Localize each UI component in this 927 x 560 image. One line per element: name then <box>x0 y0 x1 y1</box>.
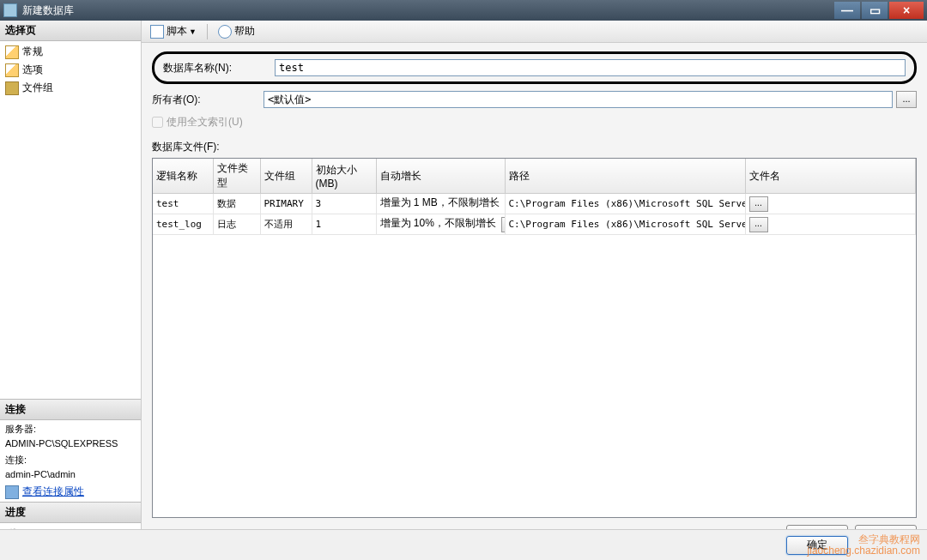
sidebar-item-label: 文件组 <box>22 81 53 95</box>
fulltext-label: 使用全文索引(U) <box>167 115 243 129</box>
app-icon <box>3 3 17 17</box>
db-name-input[interactable] <box>275 59 906 76</box>
help-button[interactable]: 帮助 <box>215 22 258 40</box>
dialog-footer: 确定 取消 <box>0 529 927 560</box>
cell-logical[interactable]: test <box>153 194 213 214</box>
sidebar-header-progress: 进度 <box>0 502 141 523</box>
cube-icon <box>5 81 19 95</box>
sidebar-item-options[interactable]: 选项 <box>0 61 141 79</box>
cell-growth[interactable]: 增量为 1 MB，不限制增长 ... <box>376 194 505 214</box>
server-value: ADMIN-PC\SQLEXPRESS <box>0 436 141 451</box>
col-path[interactable]: 路径 <box>505 159 745 194</box>
window-title: 新建数据库 <box>22 3 834 18</box>
sidebar-item-label: 选项 <box>22 63 43 77</box>
view-connection-properties-link[interactable]: 查看连接属性 <box>0 482 141 502</box>
growth-edit-button[interactable]: ... <box>501 217 505 232</box>
main-panel: 脚本 ▼ 帮助 数据库名称(N): 所有者(O): ... <box>142 21 927 551</box>
grid-header-row: 逻辑名称 文件类型 文件组 初始大小(MB) 自动增长 路径 文件名 <box>153 159 916 194</box>
cell-group[interactable]: PRIMARY <box>260 194 312 214</box>
toolbar: 脚本 ▼ 帮助 <box>142 21 927 43</box>
link-label: 查看连接属性 <box>22 485 84 499</box>
minimize-button[interactable]: — <box>834 2 860 19</box>
cell-logical[interactable]: test_log <box>153 214 213 235</box>
cell-group[interactable]: 不适用 <box>260 214 312 235</box>
files-section-label: 数据库文件(F): <box>152 140 917 154</box>
sidebar: 选择页 常规 选项 文件组 连接 服务器: ADMIN-PC\SQLEXPRES… <box>0 21 142 551</box>
path-edit-button[interactable]: ... <box>749 217 768 232</box>
sidebar-header-connection: 连接 <box>0 399 141 420</box>
cell-filename[interactable]: ... <box>745 214 916 235</box>
col-group[interactable]: 文件组 <box>260 159 312 194</box>
fulltext-checkbox <box>152 117 163 128</box>
sidebar-item-label: 常规 <box>22 45 43 59</box>
cell-type[interactable]: 数据 <box>213 194 260 214</box>
script-button[interactable]: 脚本 ▼ <box>147 22 200 40</box>
maximize-button[interactable]: ▭ <box>862 2 888 19</box>
owner-label: 所有者(O): <box>152 93 264 107</box>
sidebar-item-filegroups[interactable]: 文件组 <box>0 79 141 97</box>
sidebar-item-general[interactable]: 常规 <box>0 43 141 61</box>
table-row[interactable]: test_log 日志 不适用 1 增量为 10%，不限制增长 ... C:\P… <box>153 214 916 235</box>
dropdown-icon: ▼ <box>189 27 197 36</box>
cell-size[interactable]: 3 <box>312 194 376 214</box>
cell-filename[interactable]: ... <box>745 194 916 214</box>
help-label: 帮助 <box>234 24 255 39</box>
page-icon <box>5 63 19 77</box>
cell-growth[interactable]: 增量为 10%，不限制增长 ... <box>376 214 505 235</box>
connection-label: 连接: <box>0 451 141 467</box>
owner-input[interactable] <box>264 91 893 108</box>
col-filename[interactable]: 文件名 <box>745 159 916 194</box>
ok-button[interactable]: 确定 <box>786 536 848 555</box>
col-logical[interactable]: 逻辑名称 <box>153 159 213 194</box>
window-controls: — ▭ × <box>834 2 924 19</box>
cell-type[interactable]: 日志 <box>213 214 260 235</box>
fulltext-row: 使用全文索引(U) <box>152 115 917 129</box>
titlebar: 新建数据库 — ▭ × <box>0 0 927 21</box>
db-name-highlight: 数据库名称(N): <box>152 51 917 84</box>
table-row[interactable]: test 数据 PRIMARY 3 增量为 1 MB，不限制增长 ... C:\… <box>153 194 916 214</box>
page-icon <box>5 45 19 59</box>
close-button[interactable]: × <box>889 2 924 19</box>
db-name-label: 数据库名称(N): <box>163 61 275 75</box>
script-label: 脚本 <box>167 24 187 39</box>
connection-value: admin-PC\admin <box>0 467 141 482</box>
col-size[interactable]: 初始大小(MB) <box>312 159 376 194</box>
script-icon <box>150 25 164 39</box>
help-icon <box>218 25 232 39</box>
server-label: 服务器: <box>0 420 141 436</box>
files-grid[interactable]: 逻辑名称 文件类型 文件组 初始大小(MB) 自动增长 路径 文件名 test <box>152 158 917 518</box>
properties-icon <box>5 485 19 499</box>
col-growth[interactable]: 自动增长 <box>376 159 505 194</box>
cell-path[interactable]: C:\Program Files (x86)\Microsoft SQL Ser… <box>505 214 745 235</box>
owner-browse-button[interactable]: ... <box>896 91 917 108</box>
toolbar-separator <box>207 24 208 39</box>
cell-path[interactable]: C:\Program Files (x86)\Microsoft SQL Ser… <box>505 194 745 214</box>
cell-size[interactable]: 1 <box>312 214 376 235</box>
sidebar-header-select-page: 选择页 <box>0 21 141 41</box>
col-type[interactable]: 文件类型 <box>213 159 260 194</box>
path-edit-button[interactable]: ... <box>749 196 768 212</box>
